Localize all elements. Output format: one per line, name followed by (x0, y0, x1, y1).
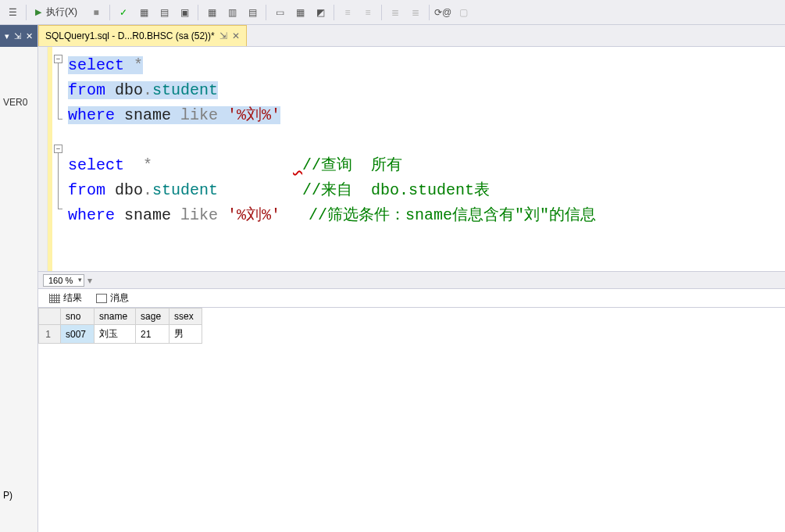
grid-icon (49, 294, 60, 303)
toolbar-icon-5[interactable]: ▦ (202, 3, 221, 22)
sidebar-header: ▾ ⇲ ✕ (0, 25, 37, 47)
fold-line (58, 153, 65, 176)
code-comment: //来自 dbo.student表 (302, 181, 490, 199)
toolbar-icon-9[interactable]: ▦ (291, 3, 309, 22)
zoom-dropdown-icon[interactable]: ▾ (87, 275, 92, 286)
main-area: ▾ ⇲ ✕ VER0 P) SQLQuery1.sql - D...R0.BHS… (0, 25, 785, 532)
fold-gutter: − − (52, 47, 65, 271)
code-comment: //筛选条件：sname信息含有"刘"的信息 (309, 206, 596, 224)
sidebar-content: VER0 (0, 47, 37, 114)
toolbar-icon-6[interactable]: ▥ (223, 3, 241, 22)
stop-button[interactable]: ■ (87, 3, 105, 22)
code-col: sname (115, 206, 180, 224)
sidebar-close-icon[interactable]: ✕ (26, 31, 33, 41)
toolbar-icon-4[interactable]: ▣ (175, 3, 194, 22)
parse-icon[interactable]: ✓ (114, 3, 133, 22)
fold-line (58, 176, 65, 198)
fold-end (58, 109, 62, 120)
execute-button[interactable]: ▶ 执行(X) (30, 4, 85, 20)
keyword-like: like (180, 206, 218, 224)
code-dbo: dbo (105, 81, 143, 99)
outdent-icon[interactable]: ≡ (359, 3, 377, 22)
document-tab-strip: SQLQuery1.sql - D...R0.BHSC (sa (52))* ⇲… (38, 25, 785, 47)
keyword-select: select (68, 156, 124, 174)
results-header-sage[interactable]: sage (136, 309, 169, 325)
code-comment: //查询 所有 (302, 156, 402, 174)
tab-pin-icon[interactable]: ⇲ (219, 30, 227, 41)
cell-sage[interactable]: 21 (136, 325, 169, 344)
keyword-where: where (68, 106, 115, 124)
tab-messages[interactable]: 消息 (90, 290, 135, 306)
code-table: student (152, 181, 218, 199)
document-tab-title: SQLQuery1.sql - D...R0.BHSC (sa (52))* (45, 30, 215, 41)
code-star: * (143, 156, 152, 174)
cell-ssex[interactable]: 男 (169, 325, 202, 344)
toolbar-separator (334, 5, 334, 20)
table-row[interactable]: 1 s007 刘玉 21 男 (39, 325, 202, 344)
toolbar-separator (109, 5, 110, 20)
toolbar-icon-1[interactable]: ☰ (3, 3, 22, 22)
toolbar-icon-10[interactable]: ◩ (311, 3, 330, 22)
toolbar-icon-3[interactable]: ▤ (155, 3, 173, 22)
toolbar-icon-2[interactable]: ▦ (134, 3, 153, 22)
row-number[interactable]: 1 (39, 325, 61, 344)
fold-button[interactable]: − (54, 55, 62, 63)
code-string: '%刘%' (218, 206, 280, 224)
keyword-from: from (68, 81, 105, 99)
editor-margin (38, 47, 48, 271)
comment-icon[interactable]: ≣ (386, 3, 405, 22)
results-header-rownum[interactable] (39, 309, 61, 325)
cell-sno[interactable]: s007 (61, 325, 95, 344)
play-icon: ▶ (35, 7, 41, 17)
document-tab[interactable]: SQLQuery1.sql - D...R0.BHSC (sa (52))* ⇲… (38, 25, 247, 46)
fold-line (58, 86, 65, 109)
indent-icon[interactable]: ≡ (338, 3, 357, 22)
code-string: '%刘%' (218, 106, 280, 124)
tab-results[interactable]: 结果 (43, 290, 88, 306)
results-table[interactable]: sno sname sage ssex 1 s007 刘玉 21 男 (38, 308, 202, 344)
messages-icon (96, 294, 107, 303)
toolbar-icon-7[interactable]: ▤ (243, 3, 262, 22)
code-dot: . (143, 181, 152, 199)
sidebar-bottom-item: P) (3, 490, 12, 501)
results-header-row: sno sname sage ssex (39, 309, 202, 325)
fold-end (58, 198, 62, 209)
tab-results-label: 结果 (63, 291, 82, 305)
uncomment-icon[interactable]: ≣ (406, 3, 425, 22)
toolbar-separator (198, 5, 198, 20)
toolbar-icon-8[interactable]: ▭ (270, 3, 289, 22)
code-dbo: dbo (105, 181, 143, 199)
code-space (124, 156, 143, 174)
keyword-from: from (68, 181, 105, 199)
results-pane: sno sname sage ssex 1 s007 刘玉 21 男 (38, 307, 785, 532)
sidebar-pin-icon[interactable]: ▾ (5, 31, 9, 41)
code-table: student (152, 81, 218, 99)
keyword-where: where (68, 206, 115, 224)
sidebar-tree-item[interactable]: VER0 (3, 95, 34, 109)
toolbar-icon-11[interactable]: ⟳@ (434, 3, 452, 22)
fold-button[interactable]: − (54, 145, 62, 153)
results-header-ssex[interactable]: ssex (169, 309, 202, 325)
zoom-bar: 160 % ▾ (38, 271, 785, 288)
results-header-sno[interactable]: sno (61, 309, 95, 325)
sidebar-pin-icon[interactable]: ⇲ (14, 31, 21, 41)
main-toolbar: ☰ ▶ 执行(X) ■ ✓ ▦ ▤ ▣ ▦ ▥ ▤ ▭ ▦ ◩ ≡ ≡ ≣ ≣ … (0, 0, 785, 25)
keyword-like: like (180, 106, 218, 124)
fold-line (58, 63, 65, 86)
error-squiggle (293, 156, 302, 174)
results-header-sname[interactable]: sname (95, 309, 136, 325)
toolbar-icon-12[interactable]: ▢ (454, 3, 473, 22)
code-text[interactable]: select * from dbo.student where sname li… (65, 47, 785, 271)
toolbar-separator (381, 5, 382, 20)
tab-close-icon[interactable]: ✕ (232, 30, 240, 41)
cell-sname[interactable]: 刘玉 (95, 325, 136, 344)
code-dot: . (143, 81, 152, 99)
zoom-combo[interactable]: 160 % (43, 274, 84, 287)
code-star: * (124, 56, 143, 74)
toolbar-separator (26, 5, 27, 20)
execute-label: 执行(X) (43, 5, 80, 19)
code-editor[interactable]: − − select * from dbo.student where snam… (38, 47, 785, 271)
toolbar-separator (266, 5, 266, 20)
object-explorer-sidebar: ▾ ⇲ ✕ VER0 P) (0, 25, 38, 532)
tab-messages-label: 消息 (110, 291, 129, 305)
